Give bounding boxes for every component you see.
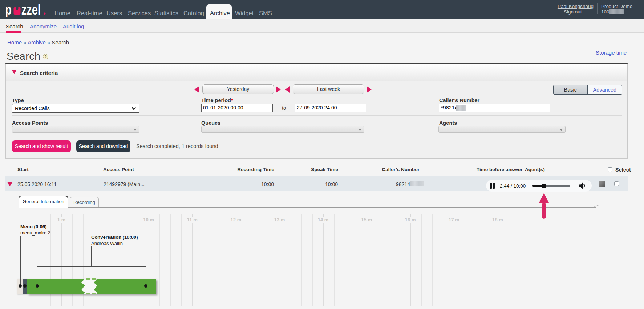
svg-text:p: p xyxy=(6,2,12,17)
svg-text:zzel: zzel xyxy=(21,2,41,17)
